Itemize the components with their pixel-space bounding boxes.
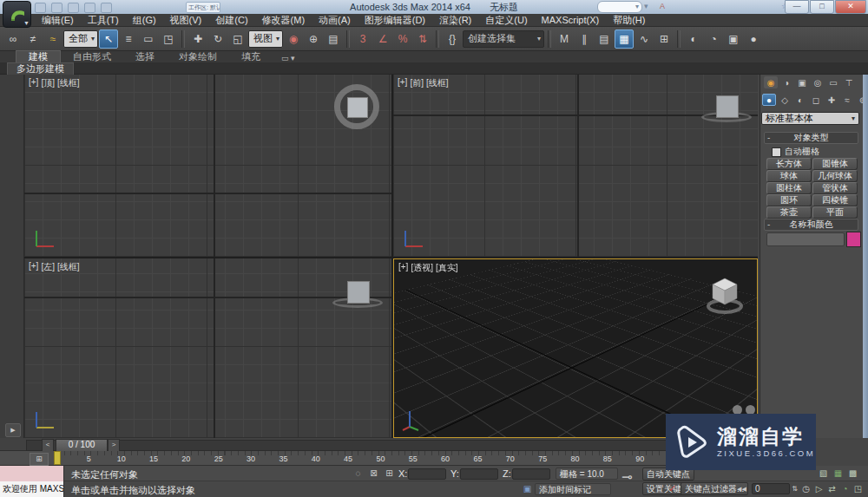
teapot-button[interactable]: 茶壶 [766, 206, 812, 219]
menu-tools[interactable]: 工具(T) [81, 14, 126, 27]
render-production-icon[interactable]: ● [744, 29, 763, 49]
menu-create[interactable]: 创建(C) [208, 14, 254, 27]
spinner-snap-icon[interactable]: ⇅ [413, 29, 432, 49]
viewport-menu-plus[interactable]: [+] [29, 77, 38, 89]
menu-rendering[interactable]: 渲染(R) [432, 14, 478, 27]
geosphere-button[interactable]: 几何球体 [812, 170, 858, 182]
viewport-perspective[interactable]: [+] [透视] [真实] [393, 258, 758, 438]
selection-lock-icon[interactable]: ⊠ [367, 468, 380, 480]
menu-maxscript[interactable]: MAXScript(X) [535, 15, 607, 25]
signin-icon[interactable]: ▾ [644, 2, 648, 10]
collapse-icon[interactable]: - [767, 133, 770, 143]
menu-customize[interactable]: 自定义(U) [478, 14, 534, 27]
polygon-modeling-panel[interactable]: 多边形建模 [7, 62, 74, 75]
autogrid-checkbox[interactable] [772, 147, 781, 157]
viewport-menu-shading[interactable]: [线框] [57, 261, 80, 273]
pan-view-icon[interactable]: ⇄ [825, 483, 838, 495]
named-selection-sets-dropdown[interactable]: 创建选择集▾ [463, 30, 544, 48]
play-animation-icon[interactable]: ▷ [812, 483, 825, 495]
viewport-menu-view[interactable]: [透视] [411, 262, 433, 274]
viewcube-face[interactable] [716, 95, 739, 118]
viewport-left[interactable]: [+] [左] [线框] [24, 258, 391, 438]
maximize-viewport-icon[interactable]: ◳ [852, 483, 865, 495]
selection-filter-dropdown[interactable]: 全部▾ [63, 30, 98, 48]
menu-graph-editors[interactable]: 图形编辑器(D) [358, 14, 432, 27]
mirror-icon[interactable]: M [555, 29, 574, 49]
panel-scrollbar[interactable] [863, 75, 868, 438]
close-button[interactable]: ✕ [835, 0, 866, 14]
select-manipulate-icon[interactable]: ⊕ [304, 29, 323, 49]
viewport-menu-view[interactable]: [左] [41, 261, 55, 273]
select-and-link-icon[interactable]: ∞ [3, 29, 23, 49]
viewport-menu-view[interactable]: [顶] [41, 77, 55, 89]
time-slider-handle[interactable]: 0 / 100 [56, 439, 108, 452]
select-object-icon[interactable]: ↖ [99, 29, 118, 49]
sphere-button[interactable]: 球体 [766, 170, 812, 182]
viewport-menu-shading[interactable]: [真实] [436, 262, 458, 274]
workspace-selector[interactable]: 工作区: 默认 [186, 2, 220, 13]
absolute-mode-icon[interactable]: ⊞ [383, 468, 396, 480]
pyramid-button[interactable]: 四棱锥 [812, 194, 858, 206]
keyboard-override-icon[interactable]: ▤ [324, 29, 343, 49]
ribbon-tab-freeform[interactable]: 自由形式 [61, 51, 123, 62]
schematic-view-icon[interactable]: ⊞ [654, 29, 674, 49]
set-key-icon[interactable]: ⊸ [621, 469, 633, 485]
layer-manager-icon[interactable]: ▤ [595, 29, 614, 49]
menu-modifiers[interactable]: 修改器(M) [255, 14, 312, 27]
select-by-name-icon[interactable]: ≡ [119, 29, 138, 49]
use-pivot-center-icon[interactable]: ◉ [284, 29, 303, 49]
primitive-category-dropdown[interactable]: 标准基本体▾ [761, 112, 859, 125]
time-tag-icon[interactable]: ▣ [521, 483, 534, 495]
y-coordinate-field[interactable] [460, 468, 498, 480]
add-time-tag[interactable]: 添加时间标记 [535, 483, 611, 495]
cylinder-button[interactable]: 圆柱体 [766, 182, 812, 194]
viewport-menu-plus[interactable]: [+] [29, 261, 38, 273]
select-scale-icon[interactable]: ◱ [228, 29, 247, 49]
menu-animation[interactable]: 动画(A) [312, 14, 358, 27]
zoom-extents-icon[interactable]: ▧ [817, 468, 830, 480]
plane-button[interactable]: 平面 [812, 206, 858, 219]
current-frame-marker[interactable] [54, 451, 61, 465]
open-file-icon[interactable] [51, 3, 62, 13]
viewport-top[interactable]: [+] [顶] [线框] [24, 75, 391, 257]
render-setup-icon[interactable]: ◔ [704, 29, 723, 49]
menu-views[interactable]: 视图(V) [163, 14, 209, 27]
quick-access-toolbar[interactable] [35, 3, 112, 13]
bind-to-spacewarp-icon[interactable]: ≈ [43, 29, 62, 49]
zoom-region-icon[interactable]: ▩ [846, 468, 859, 480]
box-button[interactable]: 长方体 [766, 158, 812, 170]
z-coordinate-field[interactable] [512, 468, 550, 480]
collapse-icon[interactable]: - [767, 219, 770, 230]
current-frame-field[interactable]: 0 [752, 483, 790, 494]
ribbon-tab-populate[interactable]: 填充 [229, 51, 273, 62]
ribbon-tab-modeling[interactable]: 建模 [16, 50, 61, 62]
viewport-menu-view[interactable]: [前] [410, 77, 424, 89]
curve-editor-icon[interactable]: ∿ [635, 29, 654, 49]
previous-frame-button[interactable]: < [42, 439, 54, 452]
viewcube-face[interactable] [347, 281, 370, 304]
zoom-extents-all-icon[interactable]: ▦ [832, 468, 845, 480]
viewcube[interactable] [334, 84, 379, 129]
maximize-button[interactable]: □ [810, 0, 834, 14]
tube-button[interactable]: 管状体 [812, 182, 858, 194]
menu-edit[interactable]: 编辑(E) [35, 14, 81, 27]
go-to-start-icon[interactable]: ◀◀ [735, 483, 748, 495]
orbit-view-icon[interactable]: ◔ [838, 483, 852, 495]
viewport-menu-shading[interactable]: [线框] [57, 77, 80, 89]
viewport-menu-plus[interactable]: [+] [398, 77, 407, 89]
save-file-icon[interactable] [68, 3, 79, 13]
viewcube-face[interactable] [347, 97, 368, 118]
edit-named-sets-icon[interactable]: {} [443, 29, 462, 49]
infocenter-search-input[interactable]: ▾ [597, 1, 642, 13]
viewport-menu-shading[interactable]: [线框] [426, 77, 449, 89]
next-frame-button[interactable]: > [108, 439, 120, 452]
select-move-icon[interactable]: ✚ [188, 29, 207, 49]
material-editor-icon[interactable]: ◐ [684, 29, 703, 49]
viewport-front[interactable]: [+] [前] [线框] [393, 75, 758, 257]
time-slider-track[interactable] [26, 440, 757, 451]
menu-group[interactable]: 组(G) [126, 14, 163, 27]
percent-snap-icon[interactable]: % [393, 29, 412, 49]
new-scene-icon[interactable] [35, 3, 46, 13]
unlink-selection-icon[interactable]: ≠ [23, 29, 43, 49]
minimize-button[interactable]: — [785, 0, 809, 14]
